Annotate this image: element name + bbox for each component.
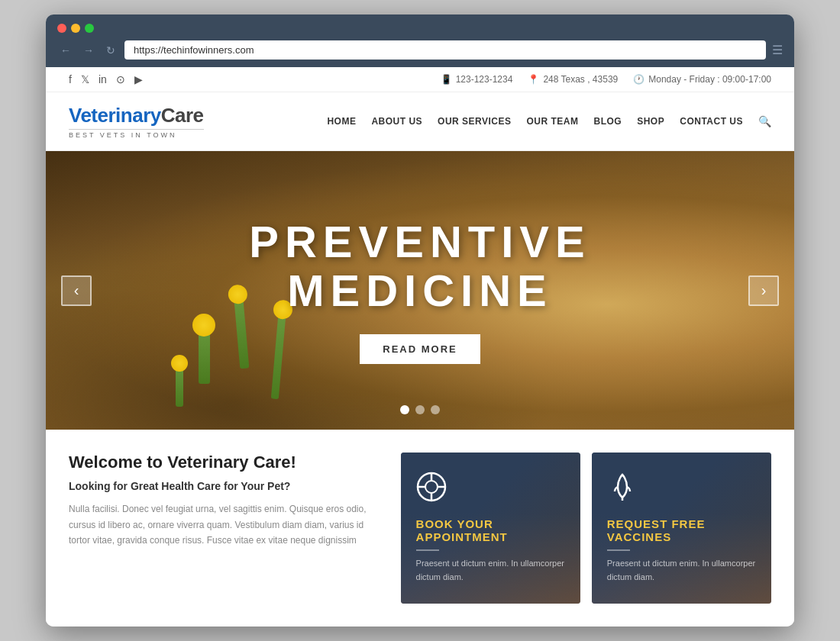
browser-toolbar: ← → ↻ https://techinfowinners.com ☰ (57, 40, 783, 60)
phone-info: 📱 123-123-1234 (441, 74, 513, 85)
vaccines-icon (607, 472, 756, 508)
slider-dot-1[interactable] (400, 405, 409, 414)
twitter-icon[interactable]: 𝕏 (81, 73, 89, 85)
card-content: BOOK YOUR APPOINTMENT Praesent ut dictum… (416, 472, 565, 584)
nav-team[interactable]: OUR TEAM (527, 116, 579, 127)
browser-window: ← → ↻ https://techinfowinners.com ☰ f 𝕏 … (46, 14, 794, 626)
facebook-icon[interactable]: f (69, 73, 72, 85)
appointment-title: BOOK YOUR APPOINTMENT (416, 517, 565, 543)
back-button[interactable]: ← (57, 43, 74, 58)
logo-tagline: BEST VETS IN TOWN (69, 129, 204, 139)
welcome-body: Nulla facilisi. Donec vel feugiat urna, … (69, 501, 378, 548)
slider-next-button[interactable]: › (748, 275, 779, 306)
welcome-title: Welcome to Veterinary Care! (69, 453, 378, 472)
appointment-card[interactable]: BOOK YOUR APPOINTMENT Praesent ut dictum… (401, 453, 580, 603)
hero-content: PREVENTIVE MEDICINE READ MORE (249, 217, 590, 364)
slider-prev-button[interactable]: ‹ (61, 275, 92, 306)
appointment-desc: Praesent ut dictum enim. In ullamcorper … (416, 557, 565, 584)
website-content: f 𝕏 in ⊙ ▶ 📱 123-123-1234 📍 248 Texas , … (46, 67, 794, 626)
nav-shop[interactable]: SHOP (637, 116, 664, 127)
refresh-button[interactable]: ↻ (103, 43, 118, 58)
search-icon[interactable]: 🔍 (758, 115, 771, 127)
browser-chrome: ← → ↻ https://techinfowinners.com ☰ (46, 14, 794, 67)
welcome-subtitle: Looking for Great Health Care for Your P… (69, 480, 378, 492)
svg-point-1 (425, 481, 438, 493)
phone-number: 123-123-1234 (456, 74, 513, 85)
slider-dot-3[interactable] (431, 405, 440, 414)
logo[interactable]: VeterinaryCare BEST VETS IN TOWN (69, 104, 204, 139)
instagram-icon[interactable]: ⊙ (116, 73, 125, 85)
hours-text: Monday - Friday : 09:00-17:00 (648, 74, 771, 85)
logo-dark-part: Care (161, 104, 204, 127)
forward-button[interactable]: → (80, 43, 97, 58)
address-text: 248 Texas , 43539 (543, 74, 618, 85)
card-divider-2 (607, 549, 630, 551)
card-divider (416, 549, 439, 551)
flower-stem-4 (176, 361, 183, 407)
main-nav: HOME ABOUT US OUR SERVICES OUR TEAM BLOG… (327, 115, 771, 127)
hours-info: 🕐 Monday - Friday : 09:00-17:00 (633, 74, 771, 85)
nav-blog[interactable]: BLOG (594, 116, 622, 127)
slider-dot-2[interactable] (415, 405, 425, 414)
nav-contact[interactable]: CONTACT US (680, 116, 743, 127)
phone-icon: 📱 (441, 74, 452, 85)
social-icons: f 𝕏 in ⊙ ▶ (69, 73, 143, 85)
nav-services[interactable]: OUR SERVICES (438, 116, 511, 127)
slider-dots (400, 405, 440, 414)
nav-home[interactable]: HOME (327, 116, 356, 127)
hero-slider: PREVENTIVE MEDICINE READ MORE ‹ › (46, 151, 794, 430)
location-icon: 📍 (528, 74, 539, 85)
hero-title-line1: PREVENTIVE (249, 217, 590, 266)
appointment-title-accent: APPOINTMENT (416, 530, 508, 543)
logo-text: VeterinaryCare (69, 104, 204, 127)
appointment-icon (416, 472, 565, 508)
nav-about[interactable]: ABOUT US (371, 116, 422, 127)
browser-dots (57, 24, 783, 33)
hero-title: PREVENTIVE MEDICINE (249, 217, 590, 315)
flower-stem-1 (199, 323, 210, 384)
hero-cta-button[interactable]: READ MORE (360, 334, 480, 364)
bottom-section: Welcome to Veterinary Care! Looking for … (46, 430, 794, 626)
maximize-dot[interactable] (85, 24, 94, 33)
minimize-dot[interactable] (71, 24, 80, 33)
appointment-title-white: BOOK YOUR (416, 517, 493, 530)
vaccines-card[interactable]: REQUEST FREE VACCINES Praesent ut dictum… (592, 453, 771, 603)
hero-title-line2: MEDICINE (249, 266, 590, 315)
site-header: VeterinaryCare BEST VETS IN TOWN HOME AB… (46, 92, 794, 151)
browser-menu-button[interactable]: ☰ (772, 43, 783, 57)
vaccines-title-white: REQUEST FREE (607, 517, 706, 530)
service-cards: BOOK YOUR APPOINTMENT Praesent ut dictum… (401, 453, 771, 603)
vaccines-title-accent: VACCINES (607, 530, 671, 543)
welcome-section: Welcome to Veterinary Care! Looking for … (69, 453, 401, 603)
card-content-2: REQUEST FREE VACCINES Praesent ut dictum… (607, 472, 756, 584)
url-text: https://techinfowinners.com (134, 44, 254, 56)
top-bar: f 𝕏 in ⊙ ▶ 📱 123-123-1234 📍 248 Texas , … (46, 67, 794, 92)
address-bar[interactable]: https://techinfowinners.com (124, 40, 766, 60)
clock-icon: 🕐 (633, 74, 645, 85)
close-dot[interactable] (57, 24, 66, 33)
contact-info: 📱 123-123-1234 📍 248 Texas , 43539 🕐 Mon… (441, 74, 771, 85)
linkedin-icon[interactable]: in (99, 73, 107, 85)
vaccines-desc: Praesent ut dictum enim. In ullamcorper … (607, 557, 756, 584)
address-info: 📍 248 Texas , 43539 (528, 74, 618, 85)
vaccines-title: REQUEST FREE VACCINES (607, 517, 756, 543)
logo-blue-part: Veterinary (69, 104, 161, 127)
youtube-icon[interactable]: ▶ (134, 73, 143, 85)
